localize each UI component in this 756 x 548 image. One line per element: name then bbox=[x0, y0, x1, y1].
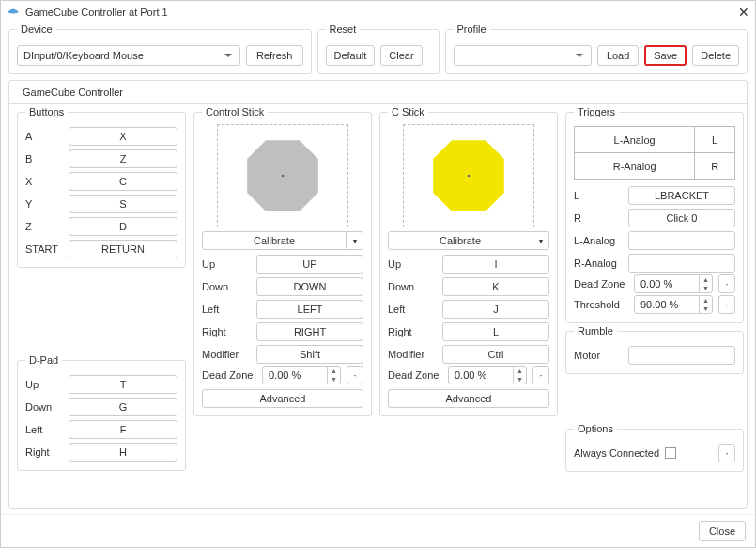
map-button[interactable] bbox=[628, 254, 735, 273]
map-button[interactable]: UP bbox=[256, 255, 363, 274]
map-button[interactable]: F bbox=[69, 420, 177, 439]
map-label: Right bbox=[25, 446, 63, 458]
map-label: Left bbox=[25, 424, 63, 435]
map-button[interactable]: Z bbox=[69, 149, 177, 168]
map-label: Modifier bbox=[202, 349, 251, 360]
control-advanced-button[interactable]: Advanced bbox=[202, 389, 363, 408]
triggers-table: L-AnalogL R-AnalogR bbox=[574, 126, 735, 180]
buttons-legend: Buttons bbox=[25, 106, 68, 117]
control-deadzone-spinner[interactable]: 0.00 % ▲▼ bbox=[262, 366, 341, 384]
device-selected: DInput/0/Keyboard Mouse bbox=[23, 50, 144, 61]
cstick-deadzone-extra[interactable]: · bbox=[532, 366, 549, 384]
c-stick-legend: C Stick bbox=[388, 106, 428, 117]
map-button[interactable]: RIGHT bbox=[256, 322, 363, 341]
device-combo[interactable]: DInput/0/Keyboard Mouse bbox=[17, 45, 240, 66]
map-label: X bbox=[25, 176, 63, 187]
map-button[interactable]: H bbox=[69, 443, 177, 462]
map-button[interactable]: LBRACKET bbox=[628, 186, 735, 205]
triggers-group: Triggers L-AnalogL R-AnalogR LLBRACKETRC… bbox=[565, 112, 744, 323]
map-button[interactable]: L bbox=[442, 322, 549, 341]
map-button[interactable]: Shift bbox=[256, 345, 363, 364]
dpad-group: D-Pad UpTDownGLeftFRightH bbox=[17, 360, 186, 471]
app-icon bbox=[7, 8, 20, 17]
cstick-advanced-button[interactable]: Advanced bbox=[388, 389, 549, 408]
control-calibrate-button[interactable]: Calibrate bbox=[202, 231, 347, 250]
reset-legend: Reset bbox=[326, 23, 361, 35]
load-button[interactable]: Load bbox=[597, 45, 639, 66]
profile-group: Profile Load Save Delete bbox=[445, 29, 748, 74]
motor-button[interactable] bbox=[628, 346, 735, 365]
trig-threshold-spinner[interactable]: 90.00 % ▲▼ bbox=[634, 295, 713, 314]
map-label: Left bbox=[202, 304, 251, 315]
refresh-button[interactable]: Refresh bbox=[246, 45, 303, 66]
cstick-calibrate-button[interactable]: Calibrate bbox=[388, 231, 532, 250]
map-button[interactable]: C bbox=[69, 172, 177, 191]
map-label: R bbox=[574, 212, 623, 224]
trig-threshold-extra[interactable]: · bbox=[718, 295, 735, 314]
trig-deadzone-value: 0.00 % bbox=[635, 275, 699, 292]
map-label: Up bbox=[25, 379, 63, 390]
map-label: Down bbox=[202, 281, 251, 292]
trig-deadzone-extra[interactable]: · bbox=[718, 274, 735, 293]
trig-deadzone-label: Dead Zone bbox=[574, 278, 628, 290]
close-icon[interactable]: ✕ bbox=[738, 5, 749, 20]
map-label: Y bbox=[25, 198, 63, 210]
control-deadzone-label: Dead Zone bbox=[202, 369, 256, 381]
map-button[interactable]: K bbox=[442, 277, 549, 296]
control-stick-group: Control Stick Calibrate ▾ UpUPDownDOWNLe… bbox=[193, 112, 372, 416]
map-button[interactable]: T bbox=[69, 375, 177, 394]
cstick-deadzone-spinner[interactable]: 0.00 % ▲▼ bbox=[448, 366, 527, 384]
map-button[interactable]: DOWN bbox=[256, 277, 363, 296]
map-button[interactable]: G bbox=[69, 398, 177, 416]
triggers-legend: Triggers bbox=[574, 106, 619, 117]
control-deadzone-extra[interactable]: · bbox=[347, 366, 363, 384]
map-button[interactable]: X bbox=[69, 127, 177, 146]
reset-group: Reset Default Clear bbox=[317, 29, 440, 74]
map-label: Down bbox=[25, 401, 63, 413]
default-button[interactable]: Default bbox=[326, 45, 376, 66]
map-label: Left bbox=[388, 304, 437, 315]
c-stick-group: C Stick Calibrate ▾ UpIDownKLeftJRightLM… bbox=[379, 112, 558, 416]
profile-combo[interactable] bbox=[454, 45, 593, 66]
map-label: B bbox=[25, 153, 63, 164]
rumble-legend: Rumble bbox=[574, 325, 617, 337]
device-legend: Device bbox=[17, 23, 56, 35]
trig-threshold-label: Threshold bbox=[574, 299, 628, 310]
map-button[interactable]: J bbox=[442, 300, 549, 319]
cstick-calibrate-dropdown[interactable]: ▾ bbox=[532, 231, 549, 250]
dpad-legend: D-Pad bbox=[25, 354, 62, 366]
map-button[interactable] bbox=[628, 231, 735, 250]
trig-deadzone-spinner[interactable]: 0.00 % ▲▼ bbox=[634, 274, 713, 293]
always-connected-checkbox[interactable] bbox=[665, 447, 676, 459]
close-button[interactable]: Close bbox=[699, 521, 746, 541]
map-label: Up bbox=[202, 258, 251, 270]
cstick-deadzone-value: 0.00 % bbox=[449, 367, 513, 384]
map-button[interactable]: RETURN bbox=[69, 240, 177, 258]
r-analog-cell[interactable]: R-Analog bbox=[575, 153, 695, 180]
c-stick-visual bbox=[403, 124, 534, 227]
tab-gamecube[interactable]: GameCube Controller bbox=[17, 85, 129, 100]
clear-button[interactable]: Clear bbox=[380, 45, 422, 66]
map-button[interactable]: S bbox=[69, 195, 177, 213]
map-label: Right bbox=[388, 326, 437, 337]
delete-button[interactable]: Delete bbox=[692, 45, 739, 66]
control-stick-visual bbox=[217, 124, 348, 227]
l-analog-cell[interactable]: L-Analog bbox=[575, 127, 695, 153]
map-label: Down bbox=[388, 281, 437, 292]
map-button[interactable]: D bbox=[69, 217, 177, 236]
l-cell[interactable]: L bbox=[695, 127, 735, 153]
map-label: L bbox=[574, 190, 623, 201]
map-label: Right bbox=[202, 326, 251, 337]
map-button[interactable]: Click 0 bbox=[628, 209, 735, 227]
control-deadzone-value: 0.00 % bbox=[263, 367, 327, 384]
map-button[interactable]: I bbox=[442, 255, 549, 274]
map-button[interactable]: Ctrl bbox=[442, 345, 549, 364]
map-button[interactable]: LEFT bbox=[256, 300, 363, 319]
r-cell[interactable]: R bbox=[695, 153, 735, 180]
titlebar: GameCube Controller at Port 1 ✕ bbox=[1, 1, 755, 23]
save-button[interactable]: Save bbox=[644, 45, 687, 66]
map-label: A bbox=[25, 131, 63, 142]
control-calibrate-dropdown[interactable]: ▾ bbox=[347, 231, 363, 250]
options-extra[interactable]: · bbox=[718, 444, 735, 462]
options-legend: Options bbox=[574, 423, 617, 434]
